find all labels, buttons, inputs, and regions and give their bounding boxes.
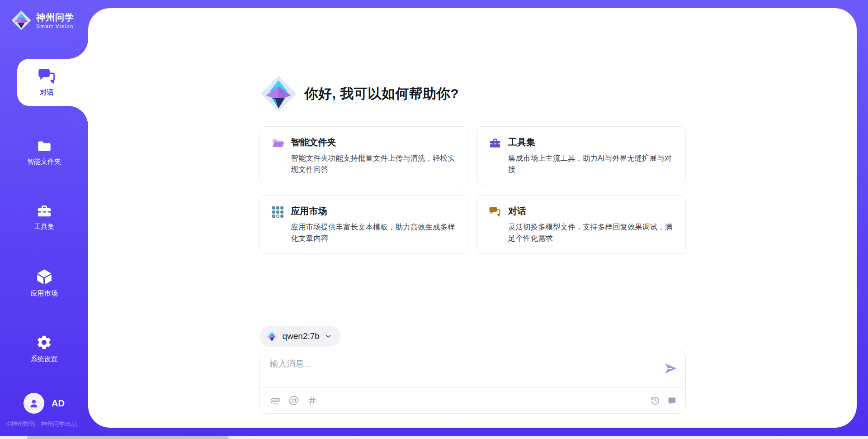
- page-title: 你好, 我可以如何帮助你?: [305, 85, 459, 103]
- copyright-text: ©神州数码 · 神州问学出品: [6, 420, 94, 428]
- card-toolset[interactable]: 工具集 集成市场上主流工具，助力AI与外界无缝扩展与对接: [476, 126, 686, 185]
- gear-icon: [36, 334, 52, 351]
- sidebar-item-label: 智能文件夹: [27, 157, 61, 166]
- card-title: 对话: [508, 205, 674, 217]
- send-arrow-icon: [663, 362, 678, 375]
- briefcase-icon: [489, 137, 501, 149]
- sidebar-item-label: 工具集: [34, 223, 54, 231]
- diamond-logo-icon: [259, 75, 297, 113]
- sidebar-item-toolset[interactable]: 工具集: [0, 201, 88, 233]
- card-chat[interactable]: 对话 灵活切换多模型文件，支持多样回复效果调试，满足个性化需求: [476, 195, 686, 254]
- chat-bubbles-icon: [38, 68, 57, 84]
- open-folder-icon: [272, 137, 284, 149]
- card-title: 工具集: [508, 136, 674, 148]
- send-button[interactable]: [663, 361, 678, 377]
- person-icon: [28, 397, 40, 409]
- cube-icon: [36, 268, 53, 285]
- composer: [259, 350, 686, 414]
- feature-cards: 智能文件夹 智能文件夹功能支持批量文件上传与清洗，轻松实现文件问答 工具集: [259, 126, 686, 254]
- card-smart-folder[interactable]: 智能文件夹 智能文件夹功能支持批量文件上传与清洗，轻松实现文件问答: [259, 126, 469, 185]
- topic-button[interactable]: [307, 396, 317, 406]
- app-logo: 神州问学 Smart Vision: [11, 10, 74, 31]
- horizontal-scrollbar-thumb[interactable]: [27, 436, 229, 439]
- mention-button[interactable]: [289, 396, 299, 406]
- history-button[interactable]: [651, 396, 660, 406]
- model-name: qwen2:7b: [283, 331, 320, 341]
- card-description: 灵活切换多模型文件，支持多样回复效果调试，满足个性化需求: [508, 221, 674, 244]
- grid-icon: [272, 206, 284, 218]
- sidebar-item-settings[interactable]: 系统设置: [0, 333, 88, 364]
- model-selector[interactable]: qwen2:7b: [259, 326, 340, 347]
- horizontal-scrollbar-track: [0, 436, 868, 439]
- sidebar-item-smart-folder[interactable]: 智能文件夹: [0, 137, 88, 168]
- briefcase-icon: [36, 204, 52, 219]
- card-description: 智能文件夹功能支持批量文件上传与清洗，轻松实现文件问答: [291, 153, 457, 175]
- message-input[interactable]: [270, 358, 645, 384]
- card-title: 应用市场: [291, 205, 457, 217]
- folder-icon: [36, 139, 52, 153]
- card-description: 集成市场上主流工具，助力AI与外界无缝扩展与对接: [508, 153, 674, 175]
- greeting-block: 你好, 我可以如何帮助你?: [259, 75, 686, 113]
- paperclip-icon: [268, 393, 282, 407]
- chevron-down-icon: [324, 332, 332, 340]
- attach-file-button[interactable]: [271, 396, 280, 406]
- avatar: [24, 393, 44, 414]
- quick-replies-button[interactable]: [667, 396, 676, 406]
- user-menu[interactable]: AD: [0, 393, 88, 414]
- card-title: 智能文件夹: [291, 136, 457, 148]
- hash-icon: [307, 396, 317, 406]
- sidebar-item-label: 系统设置: [31, 355, 58, 363]
- sidebar-item-chat[interactable]: 对话: [17, 59, 88, 106]
- app-name: 神州问学: [36, 12, 74, 22]
- diamond-logo-icon: [266, 330, 278, 343]
- sidebar-item-label: 应用市场: [31, 289, 58, 298]
- quick-reply-icon: [667, 396, 676, 406]
- main-panel: 你好, 我可以如何帮助你? 智能文件夹 智能文件夹功能支持批量文件上传与清洗，轻…: [88, 8, 857, 428]
- card-description: 应用市场提供丰富长文本模板，助力高效生成多样化文章内容: [291, 221, 457, 244]
- sidebar: 神州问学 Smart Vision 对话 智能文件夹 工具集: [0, 0, 88, 439]
- app-tagline: Smart Vision: [36, 24, 74, 29]
- history-icon: [651, 396, 660, 406]
- user-initials: AD: [52, 398, 65, 409]
- card-app-market[interactable]: 应用市场 应用市场提供丰富长文本模板，助力高效生成多样化文章内容: [259, 195, 469, 254]
- at-icon: [289, 396, 299, 406]
- sidebar-item-app-market[interactable]: 应用市场: [0, 267, 88, 299]
- composer-toolbar: [260, 388, 685, 413]
- sidebar-item-label: 对话: [40, 88, 54, 97]
- diamond-logo-icon: [11, 10, 32, 31]
- chat-bubbles-icon: [489, 206, 501, 217]
